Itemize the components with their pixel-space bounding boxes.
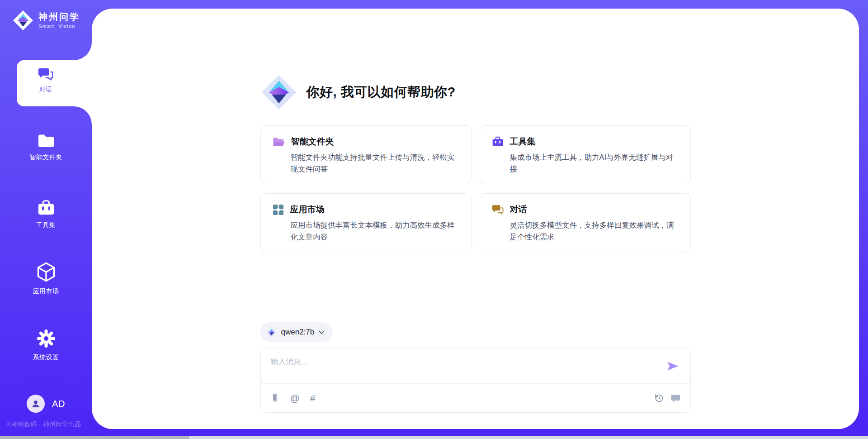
feature-cards: 智能文件夹 智能文件夹功能支持批量文件上传与清洗，轻松实现文件问答 工具集: [260, 125, 691, 252]
briefcase-icon: [492, 136, 504, 147]
user-initials: AD: [52, 399, 65, 409]
message-bubble-icon: [671, 393, 680, 403]
brand-logo: 神州问学 Smart Vision: [13, 10, 80, 31]
sidebar-item-app-market[interactable]: 应用市场: [0, 262, 92, 296]
folder-icon: [38, 134, 55, 148]
sidebar-item-chat[interactable]: 对话: [17, 60, 94, 106]
message-input[interactable]: [261, 348, 650, 380]
brand-diamond-icon: [13, 10, 33, 31]
main-panel: 你好, 我可以如何帮助你? 智能文件夹 智能文件夹功能支持批量文件上传与清洗，轻…: [92, 9, 859, 429]
paperclip-icon: [271, 392, 280, 403]
send-icon: [665, 358, 680, 374]
sidebar: 神州问学 Smart Vision 对话 智能文件夹: [0, 0, 92, 439]
conversation-button[interactable]: [671, 393, 680, 403]
card-app-market[interactable]: 应用市场 应用市场提供丰富长文本模板，助力高效生成多样化文章内容: [260, 193, 472, 252]
sidebar-item-settings[interactable]: 系统设置: [0, 329, 92, 362]
send-button[interactable]: [665, 358, 680, 374]
card-description: 智能文件夹功能支持批量文件上传与清洗，轻松实现文件问答: [291, 152, 459, 175]
sidebar-item-label: 系统设置: [33, 353, 59, 362]
sidebar-item-toolset[interactable]: 工具集: [0, 200, 92, 229]
chat-icon: [38, 67, 53, 81]
sidebar-footer: ©神州数码 · 神州问学出品: [7, 420, 95, 429]
open-folder-icon: [273, 137, 285, 147]
avatar: [27, 395, 45, 413]
card-toolset[interactable]: 工具集 集成市场上主流工具，助力AI与外界无缝扩展与对接: [480, 125, 691, 184]
brand-name: 神州问学: [38, 12, 80, 22]
sidebar-item-label: 对话: [39, 86, 52, 94]
message-composer: @ #: [260, 348, 691, 413]
greeting-title: 你好, 我可以如何帮助你?: [307, 83, 456, 101]
tab-notch-top: [74, 42, 92, 60]
cube-icon: [37, 262, 55, 282]
card-description: 集成市场上主流工具，助力AI与外界无缝扩展与对接: [510, 152, 679, 175]
greeting: 你好, 我可以如何帮助你?: [260, 74, 456, 111]
composer-toolbar: @ #: [261, 383, 690, 412]
grid-market-icon: [273, 204, 284, 215]
briefcase-icon: [38, 200, 55, 216]
assistant-diamond-icon: [260, 74, 297, 111]
card-description: 应用市场提供丰富长文本模板，助力高效生成多样化文章内容: [291, 220, 459, 243]
card-title: 智能文件夹: [291, 136, 334, 148]
tab-notch-bottom: [74, 106, 92, 124]
horizontal-scrollbar[interactable]: [0, 436, 868, 439]
history-icon: [654, 393, 664, 403]
attach-file-button[interactable]: [271, 392, 280, 403]
model-diamond-icon: [266, 327, 277, 338]
topic-button[interactable]: #: [310, 393, 316, 403]
sidebar-item-label: 智能文件夹: [29, 153, 62, 162]
history-button[interactable]: [654, 393, 664, 403]
mention-button[interactable]: @: [290, 393, 300, 403]
card-title: 对话: [510, 204, 527, 215]
model-selector[interactable]: qwen2:7b: [260, 322, 333, 342]
card-description: 灵活切换多模型文件，支持多样回复效果调试，满足个性化需求: [510, 220, 679, 243]
scrollbar-thumb[interactable]: [0, 436, 189, 439]
card-smart-folder[interactable]: 智能文件夹 智能文件夹功能支持批量文件上传与清洗，轻松实现文件问答: [260, 125, 472, 184]
brand-subtitle: Smart Vision: [38, 24, 80, 29]
chat-icon: [492, 204, 504, 215]
card-chat[interactable]: 对话 灵活切换多模型文件，支持多样回复效果调试，满足个性化需求: [480, 193, 691, 252]
card-title: 应用市场: [290, 204, 325, 215]
person-icon: [31, 399, 41, 409]
sidebar-item-label: 工具集: [36, 221, 56, 229]
model-name: qwen2:7b: [281, 328, 315, 337]
sidebar-item-label: 应用市场: [33, 287, 59, 296]
chevron-down-icon: [319, 330, 325, 334]
sidebar-item-smart-folder[interactable]: 智能文件夹: [0, 134, 92, 162]
card-title: 工具集: [510, 136, 536, 148]
user-account[interactable]: AD: [0, 395, 92, 413]
gear-icon: [37, 329, 56, 348]
